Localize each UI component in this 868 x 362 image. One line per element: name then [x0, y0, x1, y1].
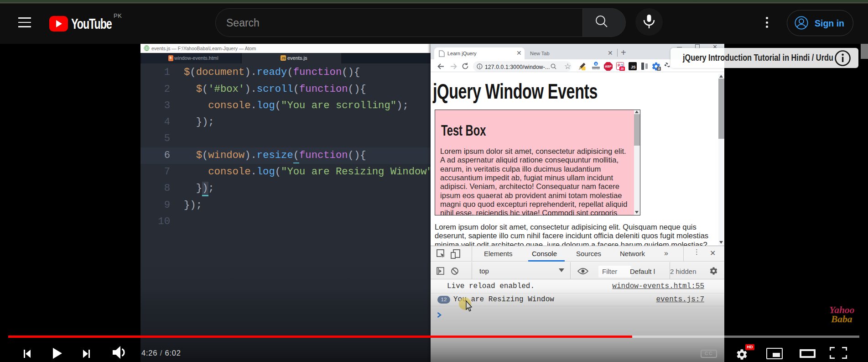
svg-text:a: a [595, 62, 597, 65]
